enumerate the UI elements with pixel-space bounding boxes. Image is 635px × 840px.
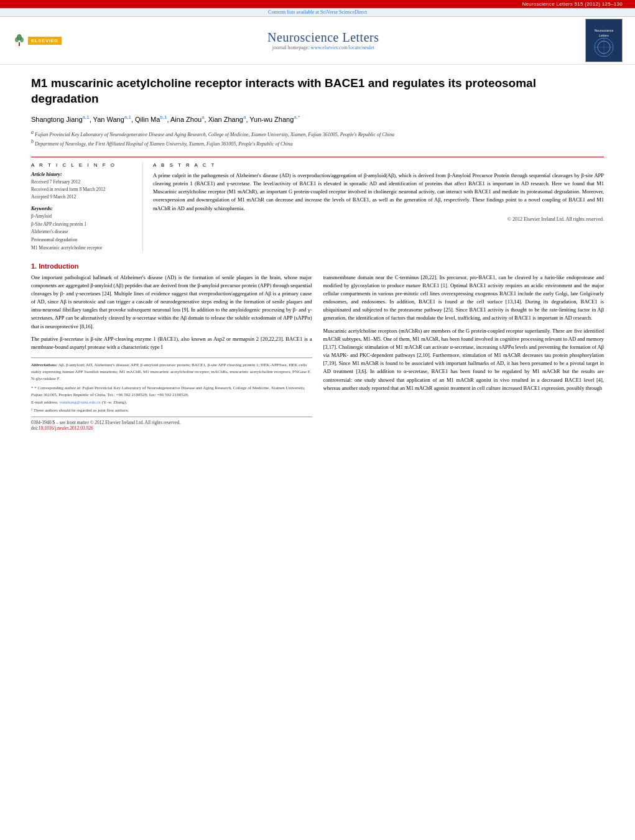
corresponding-text: * Corresponding author at: Fujian Provin…: [31, 385, 305, 397]
intro-para-2: The putative β-secretase is β-site APP-c…: [31, 335, 312, 351]
sciverse-bar: Contents lists available at SciVerse Sci…: [0, 8, 635, 17]
intro-body: One important pathological hallmark of A…: [31, 274, 604, 431]
footnote-corresponding: * * Corresponding author at: Fujian Prov…: [31, 385, 312, 399]
page: Neuroscience Letters 515 (2012) 125–130 …: [0, 0, 635, 840]
journal-header: ELSEVIER Neuroscience Letters journal ho…: [0, 17, 635, 65]
keyword-3: Alzheimer's disease: [31, 228, 135, 236]
journal-reference: Neuroscience Letters 515 (2012) 125–130: [522, 1, 623, 7]
intro-right-col: transmembrane domain near the C-terminus…: [323, 274, 605, 431]
abstract-text: A prime culprit in the pathogenesis of A…: [153, 172, 604, 213]
footnote-equal-contrib: ¹ These authors should be regarded as jo…: [31, 407, 312, 414]
footnotes: Abbreviations: Aβ, β-amyloid; AD, Alzhei…: [31, 358, 312, 414]
journal-homepage: journal homepage: www.elsevier.com/locat…: [62, 45, 585, 50]
intro-title: Introduction: [39, 262, 78, 270]
svg-text:Letters: Letters: [599, 34, 609, 37]
affiliation-b: b Department of Neurology, the First Aff…: [31, 138, 604, 148]
journal-ref-bar: Neuroscience Letters 515 (2012) 125–130: [0, 0, 635, 8]
revised-date: Received in revised form 8 March 2012: [31, 186, 135, 193]
history-label: Article history:: [31, 172, 135, 177]
article-history: Article history: Received 7 February 201…: [31, 172, 135, 201]
article-info-label: A R T I C L E I N F O: [31, 162, 135, 168]
accepted-date: Accepted 9 March 2012: [31, 193, 135, 201]
article-info-abstract: A R T I C L E I N F O Article history: R…: [31, 157, 604, 252]
abstract-column: A B S T R A C T A prime culprit in the p…: [153, 162, 604, 252]
main-content: M1 muscarinic acetylcholine receptor int…: [0, 65, 635, 443]
journal-thumbnail: Neuroscience Letters: [585, 19, 623, 62]
homepage-link[interactable]: www.elsevier.com/locate/neulet: [311, 45, 374, 50]
keywords-section: Keywords: β-Amyloid β-Site APP cleaving …: [31, 206, 135, 252]
intro-number: 1.: [31, 262, 37, 270]
footnote-email: E-mail address: yunzhang@xmu.edu.cn (Y.-…: [31, 399, 312, 406]
keyword-5: M1 Muscarinic acetylcholine receptor: [31, 244, 135, 252]
copyright-line: © 2012 Elsevier Ireland Ltd. All rights …: [153, 216, 604, 222]
svg-point-3: [20, 37, 24, 42]
abstract-label: A B S T R A C T: [153, 162, 604, 168]
intro-para-1: One important pathological hallmark of A…: [31, 274, 312, 331]
doi-line: doi:10.1016/j.neulet.2012.03.026: [31, 425, 312, 431]
email-link[interactable]: yunzhang@xmu.edu.cn: [60, 400, 101, 405]
keyword-1: β-Amyloid: [31, 213, 135, 221]
doi-link[interactable]: 10.1016/j.neulet.2012.03.026: [39, 425, 93, 431]
right-para-1: transmembrane domain near the C-terminus…: [323, 274, 605, 323]
svg-point-2: [15, 37, 19, 42]
keyword-2: β-Site APP cleaving protein 1: [31, 221, 135, 229]
sciverse-text: Contents lists available at: [268, 9, 320, 15]
received-date: Received 7 February 2012: [31, 178, 135, 186]
doi-bar: 0304-3940/$ – see front matter © 2012 El…: [31, 417, 312, 431]
affiliations: a Fujian Provincial Key Laboratory of Ne…: [31, 129, 604, 148]
sciverse-link[interactable]: SciVerse ScienceDirect: [320, 9, 367, 15]
elsevier-logo: ELSEVIER: [12, 34, 62, 47]
journal-title: Neuroscience Letters: [62, 30, 585, 45]
intro-left-col: One important pathological hallmark of A…: [31, 274, 312, 431]
abbrev-label: Abbreviations:: [31, 362, 57, 367]
journal-name-section: Neuroscience Letters journal homepage: w…: [62, 30, 585, 50]
elsevier-brand: ELSEVIER: [28, 37, 62, 45]
email-label: E-mail address:: [31, 400, 58, 405]
article-info-column: A R T I C L E I N F O Article history: R…: [31, 162, 143, 252]
svg-rect-4: [19, 42, 20, 46]
intro-heading: 1. Introduction: [31, 262, 604, 270]
journal-cover-image: Neuroscience Letters: [586, 19, 622, 62]
elsevier-tree-icon: [12, 34, 26, 47]
svg-text:Neuroscience: Neuroscience: [595, 29, 614, 32]
abbrev-text: Aβ, β-amyloid; AD, Alzheimer's disease; …: [31, 362, 311, 381]
keywords-label: Keywords:: [31, 206, 135, 211]
keyword-4: Proteasomal degradation: [31, 236, 135, 244]
article-title: M1 muscarinic acetylcholine receptor int…: [31, 76, 604, 106]
introduction-section: 1. Introduction One important pathologic…: [31, 262, 604, 431]
issn-line: 0304-3940/$ – see front matter © 2012 El…: [31, 420, 312, 425]
authors-line: Shangtong Jianga,1, Yan Wanga,1, Qilin M…: [31, 114, 604, 124]
right-para-2: Muscarinic acetylcholine receptors (mACh…: [323, 327, 605, 392]
elsevier-text: ELSEVIER: [28, 37, 62, 45]
email-attribution: (Y.-w. Zhang).: [102, 400, 127, 405]
footnote-abbreviations: Abbreviations: Aβ, β-amyloid; AD, Alzhei…: [31, 362, 312, 382]
affiliation-a: a Fujian Provincial Key Laboratory of Ne…: [31, 129, 604, 139]
